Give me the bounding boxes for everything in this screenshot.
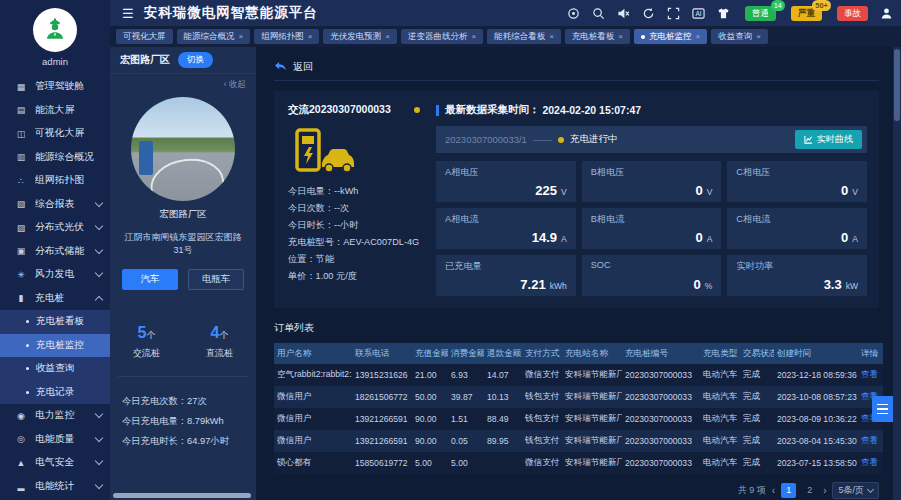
sidebar-item-reports[interactable]: ▧综合报表 <box>0 193 110 217</box>
tab-energy-overview[interactable]: 能源综合概况× <box>177 29 251 44</box>
gun-status-bar: 20230307000033/1 —— 充电进行中 实时曲线 <box>436 126 867 153</box>
close-icon[interactable]: × <box>239 29 244 44</box>
sidebar-item-charging[interactable]: ▮充电桩 <box>0 287 110 311</box>
sidebar-item-energy-stats[interactable]: ▂电能统计 <box>0 475 110 499</box>
vehicle-tab-ebike[interactable]: 电瓶车 <box>188 269 244 290</box>
metric-current-c: C相电流0A <box>727 208 867 249</box>
station-header: 宏图路厂区 切换 <box>110 47 256 74</box>
sidebar-item-dashboard[interactable]: ▦管理驾驶舱 <box>0 75 110 99</box>
sidebar-item-energy-overview[interactable]: ▥能源综合概况 <box>0 146 110 170</box>
back-arrow-icon <box>274 61 287 72</box>
submenu-charging-monitor[interactable]: 充电桩监控 <box>0 334 110 358</box>
view-detail-link[interactable]: 查看 <box>861 435 878 445</box>
switch-station-button[interactable]: 切换 <box>178 52 213 68</box>
ac-pile-stat: 5个 交流桩 <box>110 324 183 360</box>
sidebar-item-electrical-safety[interactable]: ▲电气安全 <box>0 451 110 475</box>
ai-icon[interactable]: AI <box>691 6 705 20</box>
orders-title: 订单列表 <box>274 321 879 335</box>
bullet-icon <box>26 320 29 323</box>
vehicle-tab-car[interactable]: 汽车 <box>122 269 178 290</box>
user-icon[interactable] <box>879 6 893 20</box>
alarm-badge-normal[interactable]: 普通14 <box>745 6 776 21</box>
close-icon[interactable]: × <box>549 29 554 44</box>
gun-code: 20230307000033/1 <box>445 134 527 145</box>
tab-charging-board[interactable]: 充电桩看板× <box>565 29 630 44</box>
table-row: 微信用户1392126659190.000.0589.95钱包支付安科瑞节能新厂… <box>274 430 883 452</box>
search-icon[interactable] <box>591 6 605 20</box>
back-button[interactable]: 返回 <box>274 53 879 81</box>
tab-topology[interactable]: 组网拓扑图× <box>254 29 319 44</box>
tab-charging-monitor[interactable]: 充电桩监控× <box>634 29 707 44</box>
sidebar-item-power-monitor[interactable]: ◉电力监控 <box>0 404 110 428</box>
metric-voltage-a: A相电压225V <box>436 161 576 202</box>
chevron-up-icon <box>95 296 103 304</box>
today-duration: 今日时长：--小时 <box>288 217 420 234</box>
mute-icon[interactable] <box>616 6 630 20</box>
view-detail-link[interactable]: 查看 <box>861 457 878 467</box>
status-dot-icon <box>414 107 420 113</box>
avatar[interactable] <box>33 8 77 52</box>
dc-pile-stat: 4个 直流桩 <box>183 324 256 360</box>
realtime-curve-button[interactable]: 实时曲线 <box>795 130 862 149</box>
pagination: 共 9 项 ‹ 1 2 › 5条/页 <box>274 482 879 499</box>
submenu-income-query[interactable]: 收益查询 <box>0 357 110 381</box>
close-icon[interactable]: × <box>696 29 701 44</box>
tab-income-query[interactable]: 收益查询× <box>711 29 768 44</box>
sidebar-item-pv[interactable]: ▨分布式光伏 <box>0 216 110 240</box>
page-size-select[interactable]: 5条/页 <box>832 482 879 499</box>
sidebar-item-topology[interactable]: ∴组网拓扑图 <box>0 169 110 193</box>
tab-pv-forecast[interactable]: 光伏发电预测× <box>323 29 397 44</box>
pile-model: 充电桩型号：AEV-AC007DL-4G <box>288 234 420 251</box>
orders-table: 用户名称联系电话充值金额消费金额退款金额支付方式充电站名称充电桩编号充电类型交易… <box>274 343 883 474</box>
station-panel: 宏图路厂区 切换 ‹ 收起 宏图路厂区 江阴市南闸镇东盟园区宏图路31号 汽车 … <box>110 47 256 500</box>
collapse-panel-button[interactable]: ‹ 收起 <box>110 74 256 93</box>
fullscreen-icon[interactable] <box>666 6 680 20</box>
today-charge-count: 今日充电次数：27次 <box>122 391 244 411</box>
next-page-button[interactable]: › <box>823 485 826 496</box>
close-icon[interactable]: × <box>618 29 623 44</box>
today-stats: 今日充电次数：27次 今日充电电量：8.79kWh 今日充电时长：64.97小时 <box>110 377 256 451</box>
theme-shirt-icon[interactable] <box>716 6 730 20</box>
sidebar-item-wind[interactable]: ✳风力发电 <box>0 263 110 287</box>
tab-energy-board[interactable]: 能耗综合看板× <box>487 29 561 44</box>
table-row: 锁心都有158506197725.005.00微信支付安科瑞节能新厂202303… <box>274 452 883 474</box>
close-icon[interactable]: × <box>472 29 477 44</box>
hamburger-menu-icon[interactable]: ☰ <box>122 7 134 20</box>
alarm-badge-severe[interactable]: 严重50+ <box>791 6 822 21</box>
pile-detail-card: 交流20230307000033 今日电量：--kWh 今日次数：--次 今日时… <box>274 91 879 308</box>
charging-status-dot-icon <box>558 137 564 143</box>
sidebar-item-visual-screen[interactable]: ◫可视化大屏 <box>0 122 110 146</box>
station-photo <box>131 97 235 201</box>
chevron-down-icon <box>95 199 103 207</box>
scrollbar-thumb[interactable] <box>894 49 900 121</box>
submenu-charging-board[interactable]: 充电桩看板 <box>0 310 110 334</box>
page-1-button[interactable]: 1 <box>781 483 796 498</box>
vertical-scrollbar[interactable] <box>893 47 901 500</box>
monitor-icon: ◫ <box>14 129 28 139</box>
submenu-charging-records[interactable]: 充电记录 <box>0 381 110 405</box>
horizontal-scrollbar[interactable] <box>113 493 251 498</box>
tab-visual-screen[interactable]: 可视化大屏 <box>116 29 173 44</box>
worker-icon <box>40 15 70 45</box>
metric-current-b: B相电流0A <box>582 208 722 249</box>
sidebar-item-power-quality[interactable]: ◎电能质量 <box>0 428 110 452</box>
target-icon[interactable] <box>566 6 580 20</box>
pv-icon: ▨ <box>14 223 28 233</box>
alarm-badge-accident[interactable]: 事故 <box>837 6 868 21</box>
bullet-icon <box>26 344 29 347</box>
sidebar-item-energy-flow[interactable]: ▤能流大屏 <box>0 99 110 123</box>
close-icon[interactable]: × <box>385 29 390 44</box>
close-icon[interactable]: × <box>308 29 313 44</box>
prev-page-button[interactable]: ‹ <box>772 485 775 496</box>
view-detail-link[interactable]: 查看 <box>861 369 878 379</box>
stats-icon: ▂ <box>14 481 28 491</box>
report-icon: ▧ <box>14 199 28 209</box>
sidebar-item-storage[interactable]: ▣分布式储能 <box>0 240 110 264</box>
page-2-button[interactable]: 2 <box>802 483 817 498</box>
alarm-count-severe: 50+ <box>812 0 831 11</box>
side-drawer-toggle-button[interactable] <box>872 396 893 422</box>
tab-bar: 可视化大屏 能源综合概况× 组网拓扑图× 光伏发电预测× 逆变器曲线分析× 能耗… <box>110 26 901 47</box>
refresh-icon[interactable] <box>641 6 655 20</box>
close-icon[interactable]: × <box>756 29 761 44</box>
tab-inverter-curve[interactable]: 逆变器曲线分析× <box>401 29 483 44</box>
